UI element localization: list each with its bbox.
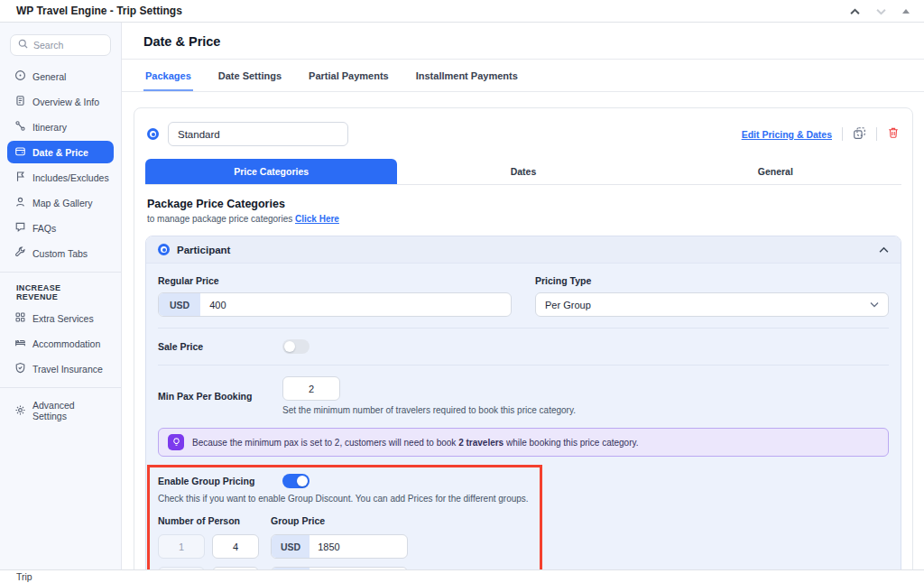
move-down-button[interactable] (876, 5, 886, 18)
group-price-input[interactable] (310, 535, 407, 558)
sidebar-item-label: Includes/Excludes (32, 172, 109, 183)
chevron-down-icon (870, 301, 879, 308)
sidebar-item-travel-insurance[interactable]: Travel Insurance (7, 357, 114, 380)
participant-accordion-header[interactable]: Participant (146, 236, 901, 264)
sidebar-item-label: Itinerary (32, 122, 67, 133)
sidebar-item-overview-info[interactable]: Overview & Info (7, 90, 114, 113)
sidebar-item-accommodation[interactable]: Accommodation (7, 332, 114, 355)
hint-text: to manage package price categories (147, 214, 292, 224)
group-from-input (158, 534, 205, 559)
edit-pricing-dates-link[interactable]: Edit Pricing & Dates (742, 129, 832, 140)
group-pricing-row: USD (158, 534, 889, 559)
titlebar-controls (850, 5, 910, 18)
sidebar-item-extra-services[interactable]: Extra Services (7, 307, 114, 329)
currency-prefix: USD (272, 535, 310, 558)
duplicate-package-button[interactable] (853, 126, 866, 143)
search-input[interactable] (33, 40, 104, 51)
chat-icon (14, 221, 26, 235)
participant-body: Regular Price USD Pricing Type (146, 264, 901, 569)
wallet-icon (14, 145, 26, 159)
sidebar-item-includes-excludes[interactable]: Includes/Excludes (7, 166, 114, 189)
sidebar-item-advanced-settings[interactable]: Advanced Settings (7, 395, 114, 426)
group-pricing-section: Enable Group Pricing Check this if you w… (158, 474, 889, 569)
sidebar-item-label: Accommodation (32, 338, 100, 349)
footer-label: Trip (16, 571, 32, 582)
sidebar-item-label: General (32, 71, 66, 82)
enable-group-pricing-toggle[interactable] (282, 474, 310, 488)
sidebar-item-date-price[interactable]: Date & Price (7, 141, 114, 163)
min-pax-input[interactable] (282, 376, 340, 401)
section-hint: to manage package price categories Click… (147, 214, 900, 224)
document-icon (14, 95, 26, 108)
package-name-input[interactable] (168, 122, 348, 146)
tab-installment-payments[interactable]: Installment Payments (414, 60, 520, 91)
sidebar-item-faqs[interactable]: FAQs (7, 217, 114, 239)
tab-date-settings[interactable]: Date Settings (217, 60, 283, 91)
tab-partial-payments[interactable]: Partial Payments (307, 60, 391, 91)
sidebar-item-label: Overview & Info (32, 97, 99, 107)
regular-price-input[interactable] (200, 293, 511, 316)
min-pax-label: Min Pax Per Booking (158, 391, 282, 402)
package-actions: Edit Pricing & Dates (742, 126, 900, 143)
click-here-link[interactable]: Click Here (295, 214, 339, 224)
tab-dates[interactable]: Dates (397, 159, 649, 184)
package-radio[interactable] (147, 128, 159, 140)
chevron-up-icon (850, 5, 860, 18)
sidebar-item-label: Extra Services (32, 313, 94, 324)
sidebar-item-itinerary[interactable]: Itinerary (7, 116, 114, 138)
group-to-input[interactable] (212, 534, 259, 559)
sidebar-item-label: Advanced Settings (32, 400, 106, 421)
group-pricing-row: USD (158, 567, 889, 569)
wrench-icon (14, 246, 26, 260)
sale-price-toggle[interactable] (282, 339, 310, 354)
sidebar-item-label: Date & Price (32, 147, 88, 158)
packages-content: Edit Pricing & Dates Price Categories Da… (122, 92, 924, 569)
footer-bar: Trip (0, 569, 924, 583)
collapse-toggle-button[interactable] (902, 9, 910, 14)
regular-price-label: Regular Price (158, 275, 512, 286)
tab-price-categories[interactable]: Price Categories (145, 159, 397, 184)
sidebar-item-label: FAQs (32, 223, 56, 234)
group-price-input-group: USD (271, 567, 408, 569)
min-pax-help: Set the minimum number of travelers requ… (282, 405, 576, 415)
main-panel: Date & Price Packages Date Settings Part… (122, 23, 924, 569)
gear-icon (14, 404, 26, 418)
shield-check-icon (14, 362, 26, 375)
settings-sidebar: General Overview & Info Itinerary Date &… (0, 23, 122, 569)
notice-banner: Because the minimum pax is set to 2, cus… (158, 428, 889, 457)
package-inner-tabbar: Price Categories Dates General (145, 159, 901, 185)
trash-icon (887, 126, 900, 142)
window-title: WP Travel Engine - Trip Settings (16, 5, 182, 17)
delete-package-button[interactable] (887, 126, 900, 142)
notice-bold: 2 travelers (458, 438, 504, 448)
regular-price-field: Regular Price USD (158, 275, 512, 317)
regular-price-input-group: USD (158, 292, 512, 317)
participant-accordion: Participant Regular Price USD (145, 236, 901, 569)
enable-group-pricing-label: Enable Group Pricing (158, 476, 282, 486)
tab-packages[interactable]: Packages (143, 60, 193, 91)
metabox-titlebar: WP Travel Engine - Trip Settings (0, 0, 924, 23)
chevron-down-icon (876, 5, 886, 18)
sidebar-search[interactable] (10, 34, 111, 56)
sale-price-label: Sale Price (158, 341, 282, 352)
currency-prefix: USD (272, 568, 310, 569)
pricing-type-field: Pricing Type Per Group (535, 275, 889, 317)
divider (158, 328, 889, 329)
sidebar-item-map-gallery[interactable]: Map & Gallery (7, 191, 114, 214)
divider (876, 127, 877, 141)
category-radio[interactable] (158, 244, 170, 255)
sidebar-item-label: Custom Tabs (32, 248, 88, 259)
group-price-input[interactable] (310, 568, 407, 569)
pricing-type-select[interactable]: Per Group (535, 292, 889, 317)
app-window: WP Travel Engine - Trip Settings General… (0, 0, 924, 583)
sidebar-item-custom-tabs[interactable]: Custom Tabs (7, 242, 114, 264)
route-icon (14, 120, 26, 134)
tab-general[interactable]: General (650, 159, 901, 184)
group-to-input[interactable] (212, 567, 259, 569)
group-price-header: Group Price (271, 515, 325, 526)
sidebar-item-general[interactable]: General (7, 65, 114, 88)
min-pax-field: Set the minimum number of travelers requ… (282, 376, 576, 415)
move-up-button[interactable] (850, 5, 860, 18)
copy-icon (853, 126, 866, 143)
sidebar-item-label: Travel Insurance (32, 364, 103, 375)
